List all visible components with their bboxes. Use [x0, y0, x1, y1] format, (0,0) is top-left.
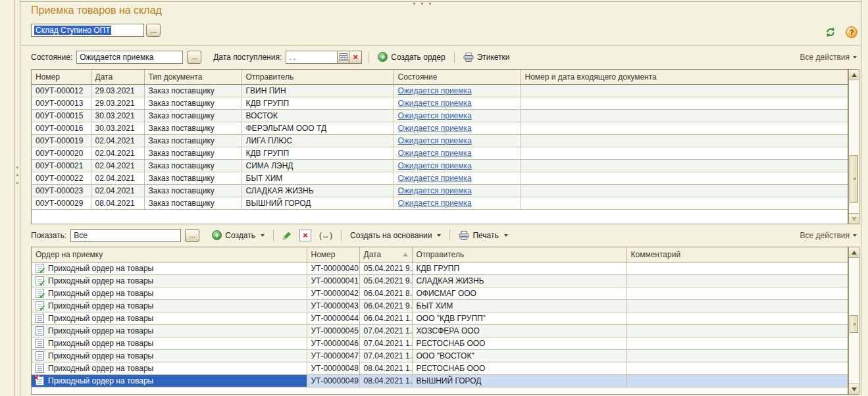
cell-sender: БЫТ ХИМ: [242, 172, 394, 184]
state-link[interactable]: Ожидается приемка: [398, 174, 472, 183]
cell-sender: ЛИГА ПЛЮС: [242, 134, 394, 147]
refresh-icon[interactable]: [825, 26, 836, 38]
col-date[interactable]: Дата: [91, 70, 144, 84]
orders-scrollbar[interactable]: [848, 69, 859, 224]
orders-table-row[interactable]: 00УТ-00001329.03.2021Заказ поставщикуКДВ…: [32, 97, 848, 109]
col-incoming[interactable]: Номер и дата входящего документа: [521, 70, 848, 84]
dropdown-caret-icon: [437, 234, 441, 237]
cell-number: 00УТ-000022: [32, 172, 91, 184]
receipts-table-row[interactable]: Приходный ордер на товарыУТ-0000004607.0…: [32, 337, 848, 349]
col-order[interactable]: Ордер на приемку: [32, 247, 307, 262]
receipts-table-row[interactable]: Приходный ордер на товарыУТ-0000004507.0…: [32, 324, 848, 337]
receipts-table-row[interactable]: Приходный ордер на товарыУТ-0000004707.0…: [32, 349, 848, 362]
receipts-table-row[interactable]: Приходный ордер на товарыУТ-0000004105.0…: [32, 274, 848, 287]
show-input[interactable]: Все: [70, 229, 181, 242]
orders-table-row[interactable]: 00УТ-00001530.03.2021Заказ поставщикуВОС…: [32, 109, 848, 122]
orders-table-row[interactable]: 00УТ-00002202.04.2021Заказ поставщикуБЫТ…: [32, 172, 848, 184]
state-link[interactable]: Ожидается приемка: [398, 136, 472, 145]
cell-comment: [626, 337, 848, 349]
calendar-icon[interactable]: [337, 51, 349, 64]
cell-comment: [626, 324, 848, 337]
orders-table-row[interactable]: 00УТ-00002102.04.2021Заказ поставщикуСИМ…: [32, 159, 848, 172]
state-link[interactable]: Ожидается приемка: [398, 124, 472, 133]
warehouse-value: Склад Ступино ОПТ: [34, 26, 111, 35]
state-link[interactable]: Ожидается приемка: [398, 161, 472, 170]
delete-button[interactable]: ×: [297, 228, 313, 243]
cell-date: 02.04.2021: [91, 184, 144, 197]
labels-button[interactable]: Этикетки: [461, 51, 512, 63]
col-sender[interactable]: Отправитель: [412, 247, 626, 262]
all-actions-button[interactable]: Все действия: [800, 53, 857, 62]
scroll-up-icon[interactable]: [849, 70, 859, 80]
scroll-thumb[interactable]: [850, 315, 858, 333]
col-date[interactable]: Дата: [359, 247, 412, 262]
top-splitter-grip-icon[interactable]: [413, 3, 431, 5]
col-number[interactable]: Номер: [307, 247, 359, 262]
left-splitter[interactable]: [14, 0, 15, 396]
cell-sender: ГВИН ПИН: [242, 84, 394, 97]
receipts-table-row[interactable]: Приходный ордер на товарыУТ-0000004206.0…: [32, 287, 848, 299]
date-input[interactable]: . .: [286, 51, 337, 64]
order-title: Приходный ордер на товары: [48, 326, 153, 335]
order-title: Приходный ордер на товары: [48, 376, 153, 385]
state-link[interactable]: Ожидается приемка: [398, 199, 472, 208]
state-link[interactable]: Ожидается приемка: [398, 149, 472, 158]
state-picker-button[interactable]: ...: [187, 51, 201, 64]
orders-table-row[interactable]: 00УТ-00001902.04.2021Заказ поставщикуЛИГ…: [32, 134, 848, 147]
header-divider: [20, 45, 861, 46]
orders-table-row[interactable]: 00УТ-00002002.04.2021Заказ поставщикуКДВ…: [32, 147, 848, 159]
orders-table-row[interactable]: 00УТ-00001229.03.2021Заказ поставщикуГВИ…: [32, 84, 848, 97]
state-link[interactable]: Ожидается приемка: [398, 186, 472, 195]
toolbar-separator: [369, 51, 369, 63]
cell-number: УТ-00000048: [307, 362, 359, 374]
warehouse-picker-button[interactable]: ...: [146, 24, 161, 37]
print-button[interactable]: Печать: [457, 230, 509, 241]
state-link[interactable]: Ожидается приемка: [398, 111, 472, 120]
state-link[interactable]: Ожидается приемка: [398, 99, 472, 108]
col-doc-type[interactable]: Тип документа: [144, 70, 242, 84]
col-sender[interactable]: Отправитель: [242, 70, 394, 84]
receipts-table-row[interactable]: Приходный ордер на товарыУТ-0000004306.0…: [32, 299, 848, 312]
create-based-on-button[interactable]: Создать на основании: [348, 230, 444, 241]
create-order-button[interactable]: + Создать ордер: [376, 51, 447, 63]
state-input[interactable]: Ожидается приемка: [76, 51, 183, 64]
cell-state: Ожидается приемка: [394, 147, 521, 159]
orders-table-row[interactable]: 00УТ-00002302.04.2021Заказ поставщикуСЛА…: [32, 184, 848, 197]
show-picker-button[interactable]: ...: [185, 229, 199, 242]
cell-sender: ФЕРЭЛЬГАМ ООО ТД: [242, 122, 394, 134]
receipts-table-row[interactable]: Приходный ордер на товарыУТ-0000004005.0…: [32, 262, 848, 274]
help-icon[interactable]: ?: [846, 26, 857, 38]
cell-number: УТ-00000042: [307, 287, 359, 299]
warehouse-input[interactable]: Склад Ступино ОПТ: [31, 24, 144, 37]
receipts-table-row[interactable]: Приходный ордер на товарыУТ-0000004908.0…: [32, 374, 848, 387]
create-button[interactable]: + Создать: [210, 229, 267, 241]
plus-icon: +: [378, 52, 388, 62]
doc-plain-icon: [36, 339, 44, 348]
state-link[interactable]: Ожидается приемка: [398, 86, 472, 95]
receipts-scrollbar[interactable]: [848, 247, 859, 395]
edit-button[interactable]: [280, 230, 294, 241]
col-state[interactable]: Состояние: [394, 70, 521, 84]
orders-table-row[interactable]: 00УТ-00001630.03.2021Заказ поставщикуФЕР…: [32, 122, 848, 134]
cell-order: Приходный ордер на товары: [32, 262, 307, 274]
clear-date-icon[interactable]: ×: [349, 51, 362, 64]
splitter-grip-icon[interactable]: [16, 166, 19, 187]
scroll-up-icon[interactable]: [849, 247, 859, 258]
cell-date: 06.04.2021 1…: [359, 312, 412, 324]
scroll-thumb[interactable]: [850, 155, 858, 203]
cell-state: Ожидается приемка: [394, 122, 521, 134]
resize-columns-button[interactable]: (↔): [317, 230, 334, 241]
all-actions-button[interactable]: Все действия: [800, 231, 857, 240]
receipts-table-row[interactable]: Приходный ордер на товарыУТ-0000004406.0…: [32, 312, 848, 324]
orders-table-row[interactable]: 00УТ-00002908.04.2021Заказ поставщикуВЫШ…: [32, 197, 848, 209]
cell-incoming: [521, 147, 848, 159]
scroll-down-icon[interactable]: [849, 384, 859, 394]
scroll-down-icon[interactable]: [849, 213, 859, 224]
cell-order: Приходный ордер на товары: [32, 374, 307, 387]
receipts-table-row[interactable]: Приходный ордер на товарыУТ-0000004808.0…: [32, 362, 848, 374]
cell-date: 06.04.2021 8…: [359, 287, 412, 299]
cell-comment: [626, 262, 848, 274]
right-splitter[interactable]: [861, 0, 861, 396]
col-comment[interactable]: Комментарий: [626, 247, 848, 262]
col-number[interactable]: Номер: [32, 70, 91, 84]
